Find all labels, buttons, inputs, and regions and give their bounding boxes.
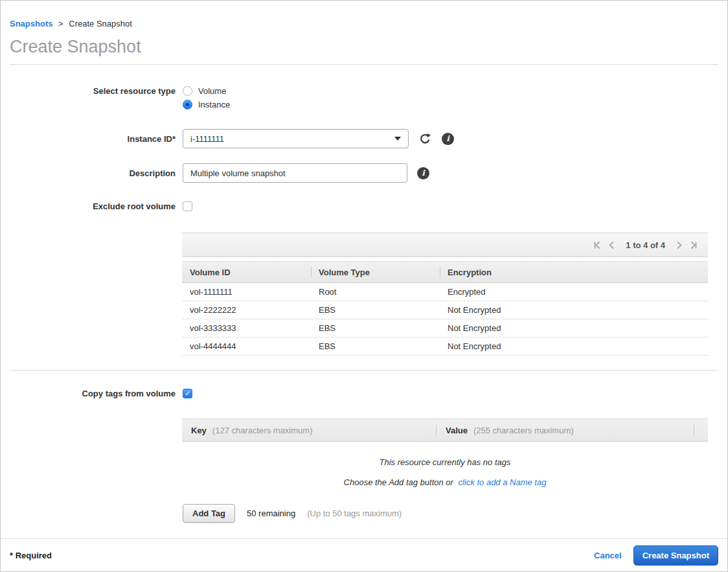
breadcrumb-separator: >: [58, 19, 63, 29]
column-header-volume-id: Volume ID: [182, 262, 311, 282]
next-page-icon[interactable]: [675, 241, 683, 249]
key-hint: (127 characters maximum): [212, 426, 313, 435]
value-hint: (255 characters maximum): [473, 426, 574, 435]
footer-actions: Cancel Create Snapshot: [594, 545, 718, 566]
table-cell: vol-3333333: [182, 323, 311, 333]
breadcrumb: Snapshots > Create Snapshot: [1, 1, 727, 29]
page-title: Create Snapshot: [10, 37, 718, 65]
table-row: vol-1111111RootEncrypted: [182, 283, 708, 301]
info-icon[interactable]: i: [442, 133, 454, 145]
instance-id-select[interactable]: i-1111111: [183, 129, 409, 148]
copy-tags-checkbox[interactable]: [183, 389, 192, 398]
table-cell: Not Encrypted: [440, 323, 708, 333]
instance-id-label: Instance ID*: [1, 134, 176, 144]
create-snapshot-button[interactable]: Create Snapshot: [633, 545, 718, 566]
table-row: vol-2222222EBSNot Encrypted: [182, 301, 708, 319]
column-header-encryption: Encryption: [440, 262, 708, 282]
tags-table: Key (127 characters maximum) Value (255 …: [182, 418, 708, 442]
volumes-table-header: Volume ID Volume Type Encryption: [182, 261, 708, 283]
previous-page-icon[interactable]: [608, 241, 616, 249]
table-cell: vol-1111111: [182, 287, 311, 297]
table-row: vol-3333333EBSNot Encrypted: [182, 319, 708, 337]
column-header-key: Key (127 characters maximum): [182, 419, 436, 441]
description-row: Description i: [1, 163, 727, 183]
exclude-root-volume-row: Exclude root volume: [1, 201, 727, 211]
instance-radio-label: Instance: [198, 100, 230, 109]
table-cell: Not Encrypted: [440, 305, 708, 315]
description-input[interactable]: [183, 163, 407, 183]
table-cell: Not Encrypted: [440, 341, 708, 351]
column-header-volume-type: Volume Type: [311, 262, 440, 282]
exclude-root-volume-label: Exclude root volume: [1, 201, 176, 211]
table-cell: vol-4444444: [182, 341, 311, 351]
resource-type-label: Select resource type: [1, 86, 176, 96]
exclude-root-volume-checkbox[interactable]: [183, 201, 192, 211]
volume-radio-label: Volume: [198, 86, 226, 96]
refresh-icon[interactable]: [418, 132, 432, 146]
add-tag-prompt: Choose the Add tag button or click to ad…: [182, 477, 708, 487]
instance-id-value: i-1111111: [190, 134, 224, 144]
table-cell: EBS: [311, 341, 440, 351]
instance-radio-option[interactable]: Instance: [183, 100, 230, 109]
first-page-icon[interactable]: [593, 241, 601, 249]
volume-radio-button[interactable]: [183, 86, 192, 96]
volume-radio-option[interactable]: Volume: [183, 86, 226, 96]
copy-tags-label: Copy tags from volume: [1, 389, 176, 398]
chevron-down-icon: [394, 137, 401, 141]
add-name-tag-link[interactable]: click to add a Name tag: [459, 477, 547, 487]
description-label: Description: [1, 168, 176, 178]
tags-remaining: 50 remaining: [247, 509, 295, 518]
resource-type-row: Select resource type Volume Instance: [1, 86, 727, 113]
footer: * Required Cancel Create Snapshot: [1, 538, 727, 571]
copy-tags-row: Copy tags from volume: [1, 389, 727, 398]
pagination-bar: 1 to 4 of 4: [182, 233, 708, 257]
breadcrumb-current: Create Snapshot: [69, 19, 132, 29]
section-divider: [10, 370, 718, 371]
required-note: * Required: [10, 551, 52, 560]
table-cell: Root: [311, 287, 440, 297]
instance-id-row: Instance ID* i-1111111 i: [1, 129, 727, 148]
no-tags-message: This resource currently has no tags: [182, 457, 708, 467]
breadcrumb-snapshots-link[interactable]: Snapshots: [10, 19, 52, 29]
volumes-table-body: vol-1111111RootEncryptedvol-2222222EBSNo…: [182, 283, 708, 356]
volumes-table: 1 to 4 of 4 Volume ID Volume Type Encryp…: [182, 233, 708, 356]
column-header-actions: [694, 419, 708, 441]
table-cell: EBS: [311, 323, 440, 333]
table-cell: Encrypted: [440, 287, 708, 297]
last-page-icon[interactable]: [690, 241, 698, 249]
tags-table-header: Key (127 characters maximum) Value (255 …: [182, 418, 708, 442]
resource-type-radio-group: Volume Instance: [183, 86, 230, 113]
add-tag-button[interactable]: Add Tag: [183, 504, 235, 523]
instance-radio-button[interactable]: [183, 100, 192, 109]
info-icon[interactable]: i: [417, 167, 429, 179]
create-snapshot-page: Snapshots > Create Snapshot Create Snaps…: [0, 0, 728, 572]
table-cell: vol-2222222: [182, 305, 311, 315]
pagination-range: 1 to 4 of 4: [626, 240, 665, 250]
add-tag-row: Add Tag 50 remaining (Up to 50 tags maxi…: [183, 504, 727, 523]
table-cell: EBS: [311, 305, 440, 315]
table-row: vol-4444444EBSNot Encrypted: [182, 337, 708, 356]
tags-max-note: (Up to 50 tags maximum): [307, 509, 402, 518]
add-tag-prompt-text: Choose the Add tag button or: [344, 477, 453, 487]
cancel-button[interactable]: Cancel: [594, 551, 622, 560]
column-header-value: Value (255 characters maximum): [436, 419, 694, 441]
